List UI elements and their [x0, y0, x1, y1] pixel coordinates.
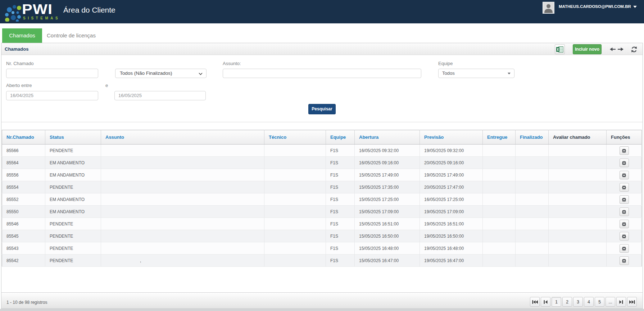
cell-funcoes	[607, 193, 642, 206]
cell-equipe: F1S	[326, 193, 355, 206]
pesquisar-button[interactable]: Pesquisar	[308, 104, 336, 114]
cell-assunto	[101, 218, 264, 230]
equipe-select[interactable]: Todos	[438, 69, 514, 78]
cell-entregue	[483, 255, 516, 267]
cell-nr: 85542	[2, 255, 45, 267]
cell-tecnico	[264, 157, 326, 169]
column-header-nr-chamado[interactable]: Nr.Chamado	[2, 130, 45, 145]
cell-previsao: 20/05/2025 17:47:00	[420, 181, 483, 193]
page-first-button[interactable]	[530, 297, 540, 307]
page-3-button[interactable]: 3	[573, 297, 583, 307]
column-header-equipe[interactable]: Equipe	[326, 130, 355, 145]
row-actions-button[interactable]	[620, 183, 629, 192]
filter-panel: Nr. Chamado Todos (Não Finalizados) Assu…	[1, 55, 643, 122]
cell-tecnico	[264, 218, 326, 230]
user-email: MATHEUS.CARDOSO@PWI.COM.BR	[559, 4, 631, 9]
cell-status: EM ANDAMENTO	[45, 169, 101, 181]
cell-equipe: F1S	[326, 169, 355, 181]
cell-assunto	[101, 145, 264, 157]
column-header-t-cnico[interactable]: Técnico	[264, 130, 326, 145]
gear-icon	[622, 148, 626, 153]
tab-chamados[interactable]: Chamados	[2, 28, 42, 43]
gear-icon	[622, 246, 626, 251]
row-actions-button[interactable]	[620, 171, 629, 179]
column-header-assunto[interactable]: Assunto	[101, 130, 264, 145]
assunto-label: Assunto:	[223, 61, 241, 66]
row-actions-button[interactable]	[620, 232, 629, 241]
cell-funcoes	[607, 169, 642, 181]
cell-entregue	[483, 218, 516, 230]
column-header-avaliar-chamado: Avaliar chamado	[549, 130, 607, 145]
column-header-status[interactable]: Status	[45, 130, 101, 145]
page-next-button[interactable]	[616, 297, 626, 307]
tab-controle-de-licencas[interactable]: Controle de licenças	[47, 28, 96, 43]
row-actions-button[interactable]	[620, 159, 629, 167]
table-row: 85566PENDENTEF1S16/05/2025 09:32:0019/05…	[2, 145, 642, 157]
column-header-previs-o[interactable]: Previsão	[420, 130, 483, 145]
table-row: 85550EM ANDAMENTOF1S15/05/2025 17:09:001…	[2, 206, 642, 218]
cell-finalizado	[516, 255, 549, 267]
table-row: 85556EM ANDAMENTOF1S15/05/2025 17:49:001…	[2, 169, 642, 181]
cell-nr: 85554	[2, 181, 45, 193]
table-row: 85543PENDENTEF1S15/05/2025 16:48:0019/05…	[2, 242, 642, 255]
back-arrow-icon[interactable]	[609, 44, 616, 54]
chamados-table: Nr.ChamadoStatusAssuntoTécnicoEquipeAber…	[2, 130, 642, 267]
table-row: 85552EM ANDAMENTOF1S15/05/2025 17:25:001…	[2, 193, 642, 206]
cell-abertura: 15/05/2025 17:25:00	[355, 193, 420, 206]
row-actions-button[interactable]	[620, 244, 629, 253]
avatar	[543, 2, 554, 14]
row-actions-button[interactable]	[620, 195, 629, 204]
records-count: 1 - 10 de 98 registros	[6, 294, 47, 310]
page-last-button[interactable]	[627, 297, 637, 307]
cell-assunto: ,	[101, 255, 264, 267]
cell-previsao: 19/05/2025 16:47:00	[420, 255, 483, 267]
cell-status: PENDENTE	[45, 255, 101, 267]
cell-nr: 85556	[2, 169, 45, 181]
cell-entregue	[483, 181, 516, 193]
incluir-novo-button[interactable]: Incluir novo	[573, 44, 602, 54]
gear-icon	[622, 197, 626, 202]
cell-avaliar	[549, 169, 607, 181]
cell-assunto	[101, 157, 264, 169]
cell-tecnico	[264, 242, 326, 255]
column-header-entregue[interactable]: Entregue	[483, 130, 516, 145]
row-actions-button[interactable]	[620, 146, 629, 155]
cell-entregue	[483, 242, 516, 255]
person-icon	[543, 3, 554, 13]
row-actions-button[interactable]	[620, 256, 629, 265]
cell-abertura: 15/05/2025 16:50:00	[355, 230, 420, 242]
page-2-button[interactable]: 2	[562, 297, 572, 307]
aberto-entre-input[interactable]: 16/04/2025	[6, 91, 98, 100]
export-excel-button[interactable]	[555, 44, 565, 54]
cell-abertura: 15/05/2025 16:48:00	[355, 242, 420, 255]
nr-chamado-input[interactable]	[6, 69, 98, 78]
cell-status: PENDENTE	[45, 218, 101, 230]
cell-funcoes	[607, 181, 642, 193]
cell-assunto	[101, 169, 264, 181]
cell-equipe: F1S	[326, 145, 355, 157]
assunto-input[interactable]	[223, 69, 421, 78]
page-4-button[interactable]: 4	[584, 297, 594, 307]
column-header-finalizado[interactable]: Finalizado	[516, 130, 549, 145]
page-1-button[interactable]: 1	[552, 297, 561, 307]
page-ellipsis-button[interactable]: ...	[606, 297, 615, 307]
main-panel: Chamados Incluir novo Nr. Chama	[1, 43, 643, 309]
cell-avaliar	[549, 242, 607, 255]
column-header-abertura[interactable]: Abertura	[355, 130, 420, 145]
cell-avaliar	[549, 157, 607, 169]
cell-nr: 85552	[2, 193, 45, 206]
cell-tecnico	[264, 145, 326, 157]
forward-arrow-icon[interactable]	[617, 44, 624, 54]
cell-avaliar	[549, 206, 607, 218]
cell-equipe: F1S	[326, 255, 355, 267]
row-actions-button[interactable]	[620, 207, 629, 216]
page-prev-button[interactable]	[541, 297, 550, 307]
cell-status: EM ANDAMENTO	[45, 193, 101, 206]
refresh-icon[interactable]	[631, 46, 639, 53]
ate-input[interactable]: 16/05/2025	[114, 91, 206, 100]
row-actions-button[interactable]	[620, 220, 629, 228]
page-5-button[interactable]: 5	[595, 297, 604, 307]
status-select[interactable]: Todos (Não Finalizados)	[115, 69, 207, 78]
cell-equipe: F1S	[326, 206, 355, 218]
cell-status: PENDENTE	[45, 145, 101, 157]
